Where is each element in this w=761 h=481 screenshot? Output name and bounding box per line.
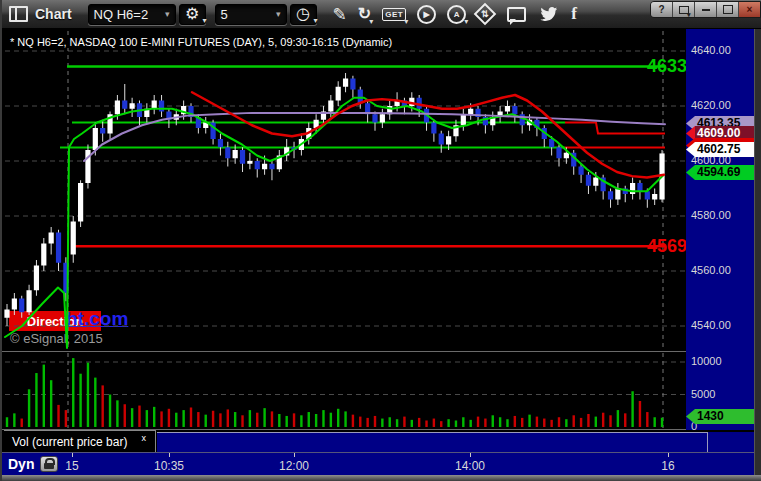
candle	[122, 101, 127, 109]
candle	[446, 136, 451, 144]
volume-tag: 1430	[686, 409, 754, 424]
dyn-mode-label: Dyn	[8, 456, 34, 472]
close-volume-pane-icon[interactable]: x	[141, 433, 146, 443]
candle	[586, 175, 591, 186]
get-data-button[interactable]: GET ▾	[382, 4, 406, 25]
time-axis-label: 15	[65, 459, 78, 473]
volume-bar	[13, 413, 15, 427]
pane-separator[interactable]	[2, 351, 754, 352]
clock-icon: ◷	[296, 6, 310, 22]
volume-bar	[550, 420, 552, 427]
symbol-value: NQ H6=2	[94, 7, 149, 22]
volume-bar	[661, 418, 663, 427]
candle	[130, 103, 135, 109]
volume-bar	[109, 395, 111, 428]
volume-bar	[624, 413, 626, 427]
price-axis-label: 4620.00	[691, 99, 731, 111]
price-axis-label: 4540.00	[691, 319, 731, 331]
window-title: Chart	[35, 6, 72, 22]
candle	[26, 290, 31, 312]
comment-button[interactable]	[507, 4, 526, 25]
time-tick-mark	[72, 453, 73, 457]
chart-canvas[interactable]: 46334569	[2, 0, 761, 481]
tab-row-spacer	[157, 432, 708, 452]
volume-axis-label: 10000	[691, 355, 722, 367]
price-axis[interactable]: 4640.004620.004600.004580.004560.004540.…	[686, 29, 754, 452]
price-axis-label: 4560.00	[691, 264, 731, 276]
volume-bar	[389, 417, 391, 427]
candle	[262, 164, 267, 170]
volume-bar	[337, 409, 339, 427]
time-axis-label: 16	[661, 459, 674, 473]
chevron-down-icon: ▾	[369, 17, 373, 26]
tab-row-spacer-right	[708, 432, 754, 452]
draw-tool-button[interactable]: ✎	[333, 4, 347, 25]
volume-bar	[138, 406, 140, 427]
candle	[343, 79, 348, 87]
candle	[225, 147, 230, 158]
volume-bar	[528, 415, 530, 427]
candle	[12, 299, 17, 310]
volume-bar	[168, 409, 170, 427]
auto-button[interactable]: A ▾	[447, 4, 466, 25]
twitter-share-button[interactable]	[540, 4, 558, 25]
volume-bar	[256, 413, 258, 427]
time-axis-label: 10:35	[154, 459, 184, 473]
volume-bar	[72, 358, 74, 427]
window-right-border	[754, 29, 761, 475]
volume-bar	[175, 413, 177, 427]
dock-icon	[679, 6, 689, 14]
chart-title: * NQ H6=2, NASDAQ 100 E-MINI FUTURES (DA…	[10, 36, 397, 48]
help-button[interactable]: ?	[651, 2, 673, 17]
symbol-settings-button[interactable]: ⚙ ▾	[179, 4, 206, 25]
interval-value: 5	[221, 7, 228, 22]
maximize-button[interactable]	[717, 2, 739, 17]
facebook-share-button[interactable]: f	[571, 4, 577, 25]
time-settings-button[interactable]: ◷ ▾	[290, 4, 317, 25]
volume-bar	[65, 410, 67, 427]
volume-bar	[227, 409, 229, 427]
dock-button[interactable]	[673, 2, 695, 17]
volume-bar	[492, 415, 494, 427]
price-axis-label: 4640.00	[691, 44, 731, 56]
volume-bar	[308, 412, 310, 427]
volume-bar	[543, 419, 545, 427]
candle	[380, 114, 385, 122]
up-down-arrows-icon: ⇅	[474, 3, 497, 26]
candle	[19, 299, 24, 313]
candle	[468, 109, 473, 115]
volume-bar	[300, 415, 302, 427]
candle	[159, 101, 164, 112]
volume-bar	[315, 414, 317, 427]
volume-bar	[514, 416, 516, 427]
volume-bar	[322, 410, 324, 427]
time-tick-mark	[294, 453, 295, 457]
candle	[608, 191, 613, 199]
candle	[593, 178, 598, 186]
candle	[431, 123, 436, 134]
volume-bar	[536, 417, 538, 427]
volume-pane-tab[interactable]: Vol (current price bar) x	[4, 430, 156, 452]
candle	[269, 164, 274, 170]
candle	[4, 310, 9, 318]
volume-bar	[43, 365, 45, 427]
minimize-button[interactable]	[695, 2, 717, 17]
lock-icon[interactable]	[40, 456, 58, 472]
volume-bar	[653, 417, 655, 427]
symbol-combo[interactable]: NQ H6=2 ▾	[88, 4, 176, 25]
volume-bar	[469, 420, 471, 427]
volume-bar	[609, 415, 611, 427]
candle	[336, 87, 341, 101]
volume-bar	[617, 410, 619, 427]
updown-button[interactable]: ⇅	[477, 4, 493, 25]
interval-combo[interactable]: 5 ▾	[215, 4, 287, 25]
volume-bar	[521, 418, 523, 427]
time-axis[interactable]: Dyn 1510:3512:0014:0016	[2, 452, 754, 475]
replay-button[interactable]: ▶	[417, 4, 436, 25]
candle	[247, 161, 252, 164]
volume-bar	[580, 418, 582, 427]
volume-axis-label: 5000	[691, 388, 715, 400]
reload-data-button[interactable]: ↻ ▾	[358, 4, 371, 25]
window-controls: ? ×	[650, 1, 761, 18]
close-button[interactable]: ×	[739, 2, 760, 17]
